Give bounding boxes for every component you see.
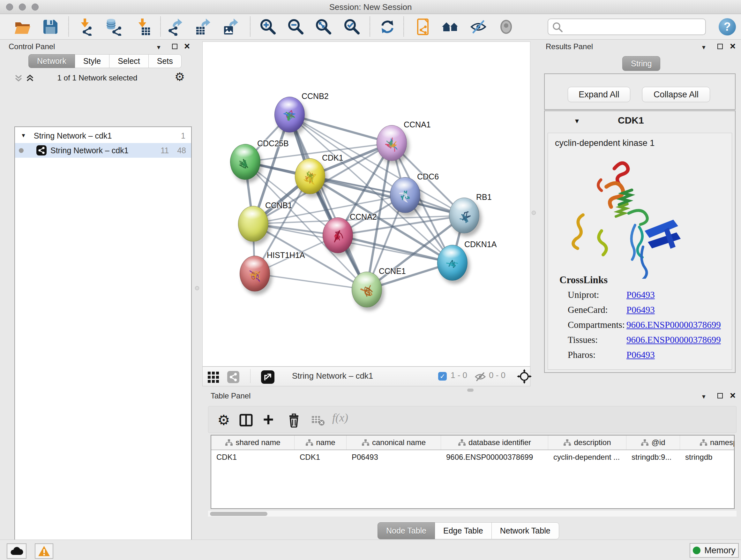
tab-network-table[interactable]: Network Table [492, 522, 559, 539]
table-cell[interactable]: stringdb [680, 450, 735, 464]
network-node-cdc6[interactable] [390, 177, 420, 213]
table-cell[interactable]: CDK1 [294, 450, 347, 464]
results-panel-close-icon[interactable]: × [730, 43, 736, 50]
delete-column-icon[interactable] [287, 413, 300, 428]
open-in-window-icon[interactable] [261, 370, 274, 384]
hide-graphics-details-icon[interactable] [469, 18, 487, 36]
control-panel: Control Panel ▾ × NetworkStyleSelectSets… [5, 41, 189, 530]
tab-string[interactable]: String [622, 56, 660, 71]
right-splitter-handle[interactable] [532, 211, 536, 215]
crosslink-value-link[interactable]: 9606.ENSP00000378699 [626, 320, 721, 330]
hidden-counts: 0 - 0 [489, 370, 506, 380]
search-input[interactable] [565, 20, 702, 34]
network-row-selected[interactable]: String Network – cdk1 11 48 [15, 143, 191, 158]
window-title: Session: New Session [0, 0, 741, 14]
network-node-cdkn1a[interactable] [437, 245, 468, 281]
import-table-file-icon[interactable] [133, 18, 151, 36]
zoom-in-icon[interactable] [259, 18, 277, 36]
tab-node-table[interactable]: Node Table [378, 522, 435, 539]
expand-all-chevron-icon[interactable] [25, 74, 35, 83]
cloud-status-button[interactable] [7, 543, 26, 559]
network-canvas[interactable]: CCNB2CCNA1CDC25BCDK1CDC6RB1CCNB1CCNA2CDK… [202, 42, 530, 367]
crosslink-value-link[interactable]: 9606.ENSP00000378699 [626, 334, 721, 345]
network-node-hist1h1a[interactable] [240, 256, 270, 292]
table-panel-menu-icon[interactable]: ▾ [702, 393, 705, 400]
memory-button[interactable]: Memory [690, 543, 739, 558]
scrollbar-thumb[interactable] [210, 512, 267, 516]
refresh-icon[interactable] [379, 18, 396, 36]
export-table-icon[interactable] [194, 18, 212, 36]
zoom-selected-icon[interactable] [343, 18, 361, 36]
search-field[interactable] [548, 18, 706, 35]
results-panel-float-icon[interactable] [718, 44, 723, 49]
show-graphics-details-icon[interactable] [497, 18, 515, 36]
table-cell[interactable]: 9606.ENSP00000378699 [441, 450, 548, 464]
open-session-icon[interactable] [13, 18, 31, 36]
crosslink-value-link[interactable]: P06493 [626, 305, 655, 315]
zoom-out-icon[interactable] [287, 18, 305, 36]
tab-style[interactable]: Style [75, 54, 110, 68]
control-panel-close-icon[interactable]: × [184, 43, 190, 50]
column-header-canonical-name[interactable]: canonical name [347, 435, 441, 449]
table-cell[interactable]: cyclin-dependent ... [548, 450, 626, 464]
tree-collapse-icon[interactable]: ▼ [21, 132, 26, 139]
show-columns-icon[interactable] [239, 414, 253, 427]
table-panel-float-icon[interactable] [718, 393, 723, 398]
network-options-gear-icon[interactable]: ⚙ [175, 70, 185, 84]
expand-all-button[interactable]: Expand All [568, 87, 630, 102]
column-header-namespace[interactable]: namespace [680, 435, 735, 449]
collapse-all-button[interactable]: Collapse All [642, 87, 710, 102]
results-panel-menu-icon[interactable]: ▾ [702, 44, 705, 51]
control-panel-float-icon[interactable] [172, 44, 178, 49]
table-panel-close-icon[interactable]: × [730, 392, 736, 399]
tab-edge-table[interactable]: Edge Table [435, 522, 492, 539]
save-session-icon[interactable] [42, 18, 59, 36]
table-cell[interactable]: CDK1 [211, 450, 294, 464]
selected-checkbox[interactable]: ✓ [438, 372, 447, 381]
gene-details-box: cyclin-dependent kinase 1 CrossLinks Uni… [548, 133, 732, 370]
table-header-row: shared namenamecanonical namedatabase id… [211, 435, 734, 450]
control-panel-menu-icon[interactable]: ▾ [157, 44, 160, 51]
grid-view-icon[interactable] [208, 372, 220, 383]
tab-sets[interactable]: Sets [149, 54, 182, 68]
table-cell[interactable]: P06493 [347, 450, 441, 464]
table-options-gear-icon[interactable]: ⚙ [216, 412, 231, 428]
column-header-shared-name[interactable]: shared name [211, 435, 294, 449]
network-node-ccnb2[interactable] [274, 97, 305, 132]
create-column-icon[interactable]: + [260, 409, 277, 429]
crosslink-value-link[interactable]: P06493 [626, 350, 655, 360]
table-row[interactable]: CDK1CDK1P064939606.ENSP00000378699cyclin… [211, 450, 734, 464]
column-header--id[interactable]: @id [626, 435, 680, 449]
export-image-icon[interactable] [222, 18, 240, 36]
network-collection-row[interactable]: ▼ String Network – cdk1 1 [15, 128, 191, 143]
export-network-icon[interactable] [167, 18, 185, 36]
network-node-ccne1[interactable] [352, 272, 382, 307]
tab-network[interactable]: Network [28, 54, 75, 68]
column-header-database-identifier[interactable]: database identifier [441, 435, 548, 449]
import-network-database-icon[interactable] [105, 18, 122, 36]
network-node-ccna2[interactable] [323, 217, 353, 253]
birds-eye-toggle-icon[interactable] [517, 369, 532, 384]
network-node-rb1[interactable] [449, 198, 479, 233]
zoom-fit-icon[interactable] [315, 18, 333, 36]
table-horizontal-scrollbar[interactable] [208, 510, 737, 516]
network-overview-icon[interactable] [227, 371, 239, 383]
tab-select[interactable]: Select [110, 54, 148, 68]
collapse-all-chevron-icon[interactable] [14, 74, 23, 83]
network-node-ccnb1[interactable] [238, 206, 268, 242]
warnings-button[interactable] [35, 543, 53, 559]
left-splitter-handle[interactable] [195, 286, 199, 290]
help-button[interactable]: ? [719, 18, 736, 36]
network-node-cdc25b[interactable] [230, 144, 260, 180]
network-node-cdk1[interactable] [295, 159, 325, 194]
gene-collapse-icon[interactable]: ▼ [574, 118, 580, 125]
home-networks-icon[interactable] [441, 18, 459, 36]
clone-network-icon[interactable] [414, 18, 432, 36]
network-current-dot [19, 148, 23, 153]
table-cell[interactable]: stringdb:9... [626, 450, 680, 464]
network-node-ccna1[interactable] [377, 125, 407, 161]
column-header-description[interactable]: description [548, 435, 626, 449]
column-header-name[interactable]: name [294, 435, 347, 449]
import-network-file-icon[interactable] [76, 18, 94, 36]
crosslink-value-link[interactable]: P06493 [626, 290, 655, 300]
